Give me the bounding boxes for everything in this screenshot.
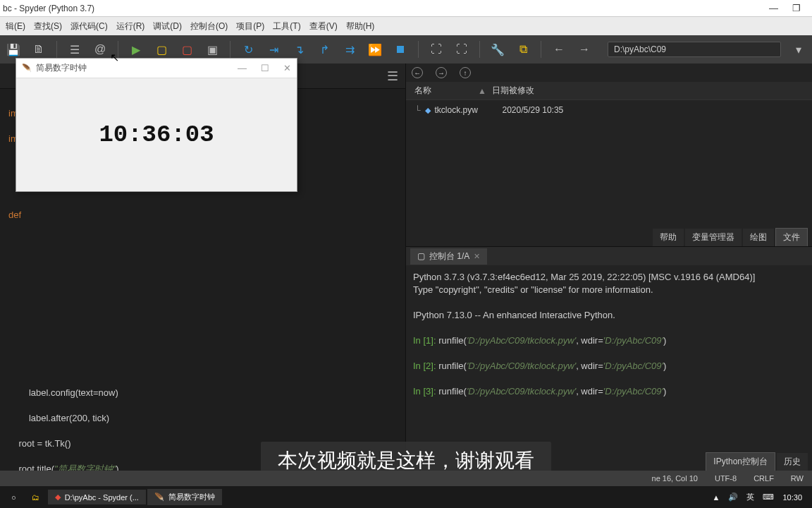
clock-time-label: 10:36:03 [99, 121, 214, 148]
save-all-icon[interactable]: 🗎 [31, 42, 47, 57]
run-selection-icon[interactable]: ▣ [204, 42, 220, 57]
file-list-header: 名称 ▲ 日期被修改 [406, 82, 812, 100]
tk-icon: 🪶 [22, 64, 32, 73]
window-controls: — ❐ [769, 3, 809, 13]
forward-icon[interactable]: → [577, 42, 592, 57]
taskbar-clock-app[interactable]: 🪶 简易数字时钟 [147, 489, 222, 505]
tab-variables[interactable]: 变量管理器 [685, 229, 742, 246]
status-eol: CRLF [753, 474, 774, 483]
menu-icon[interactable]: ☰ [387, 68, 398, 84]
step-out-icon[interactable]: ↱ [316, 42, 332, 57]
speaker-icon[interactable]: 🔊 [728, 492, 738, 502]
menu-console[interactable]: 控制台(O) [187, 20, 230, 32]
menu-view[interactable]: 查看(V) [307, 20, 340, 32]
menu-debug[interactable]: 调试(D) [150, 20, 185, 32]
at-icon[interactable]: @ [92, 42, 108, 57]
dropdown-icon[interactable]: ▾ [791, 42, 806, 57]
tray-time[interactable]: 10:30 [782, 493, 802, 502]
nav-forward-icon[interactable]: → [436, 67, 447, 78]
minimize-button[interactable]: — [769, 3, 778, 13]
keyboard-icon[interactable]: ⌨ [763, 492, 774, 502]
menu-tools[interactable]: 工具(T) [270, 20, 303, 32]
clock-window-title: 简易数字时钟 [36, 62, 238, 74]
tab-ipython[interactable]: IPython控制台 [706, 452, 775, 471]
terminal-icon: ▢ [417, 251, 425, 261]
spyder-icon: ◆ [55, 492, 61, 502]
clock-close-icon[interactable]: ✕ [283, 63, 291, 73]
menu-bar: 辑(E) 查找(S) 源代码(C) 运行(R) 调试(D) 控制台(O) 项目(… [0, 17, 812, 35]
run-cell-advance-icon[interactable]: ▢ [179, 42, 195, 57]
menu-run[interactable]: 运行(R) [113, 20, 148, 32]
menu-edit[interactable]: 辑(E) [3, 20, 28, 32]
wrench-icon[interactable]: 🔧 [490, 42, 505, 57]
system-tray: ▲ 🔊 英 ⌨ 10:30 [713, 492, 808, 502]
right-pane: ← → ↑ 名称 ▲ 日期被修改 └ ◆ tkclock.pyw 2020/5/… [405, 64, 812, 471]
maximize-pane-icon[interactable]: ⛶ [429, 42, 444, 57]
start-button[interactable]: ○ [4, 490, 23, 504]
menu-source[interactable]: 源代码(C) [68, 20, 111, 32]
col-date[interactable]: 日期被修改 [492, 85, 534, 97]
console-tab[interactable]: ▢ 控制台 1/A ✕ [410, 248, 487, 265]
file-list[interactable]: └ ◆ tkclock.pyw 2020/5/29 10:35 [406, 100, 812, 226]
stop-icon[interactable]: ⏹ [393, 42, 408, 57]
ime-indicator[interactable]: 英 [746, 492, 754, 502]
run-cell-icon[interactable]: ▢ [154, 42, 169, 57]
nav-up-icon[interactable]: ↑ [460, 67, 471, 78]
clock-minimize-icon[interactable]: — [238, 63, 247, 73]
console-pane: ▢ 控制台 1/A ✕ Python 3.7.3 (v3.7.3:ef4ec6e… [406, 247, 812, 471]
tab-help[interactable]: 帮助 [653, 229, 684, 246]
working-dir-input[interactable] [608, 42, 781, 57]
tab-files[interactable]: 文件 [775, 228, 808, 246]
continue-icon[interactable]: ⇉ [342, 42, 357, 57]
console-tabs: ▢ 控制台 1/A ✕ [406, 247, 812, 265]
back-icon[interactable]: ← [551, 42, 567, 57]
clock-maximize-icon[interactable]: ☐ [261, 63, 269, 73]
right-pane-tabs: 帮助 变量管理器 绘图 文件 [406, 226, 812, 246]
run-icon[interactable]: ▶ [128, 42, 144, 57]
col-name[interactable]: 名称 [414, 85, 478, 97]
file-date: 2020/5/29 10:35 [503, 105, 564, 115]
menu-project[interactable]: 项目(P) [233, 20, 267, 32]
tab-plot[interactable]: 绘图 [743, 229, 774, 246]
taskbar-spyder[interactable]: ◆ D:\pyAbc - Spyder (... [48, 490, 146, 504]
save-icon[interactable]: 💾 [6, 42, 21, 57]
clock-titlebar[interactable]: 🪶 简易数字时钟 — ☐ ✕ [16, 59, 297, 78]
fast-forward-icon[interactable]: ⏩ [367, 42, 383, 57]
file-row[interactable]: └ ◆ tkclock.pyw 2020/5/29 10:35 [412, 103, 806, 117]
python-file-icon: ◆ [425, 106, 431, 115]
file-nav: ← → ↑ [406, 64, 812, 82]
explorer-icon[interactable]: 🗂 [25, 490, 47, 504]
list-icon[interactable]: ☰ [67, 42, 82, 57]
file-name: tkclock.pyw [435, 105, 498, 115]
status-rw: RW [791, 474, 804, 483]
close-icon[interactable]: ✕ [474, 252, 480, 261]
maximize-button[interactable]: ❐ [792, 3, 801, 13]
console-output[interactable]: Python 3.7.3 (v3.7.3:ef4ec6ed12, Mar 25 … [406, 265, 812, 452]
window-title: bc - Spyder (Python 3.7) [3, 4, 769, 13]
tab-history[interactable]: 历史 [777, 453, 808, 471]
nav-back-icon[interactable]: ← [412, 67, 423, 78]
status-bar: ne 16, Col 10 UTF-8 CRLF RW [0, 471, 812, 486]
window-titlebar: bc - Spyder (Python 3.7) — ❐ [0, 0, 812, 17]
step-icon[interactable]: ⇥ [266, 42, 281, 57]
file-browser: ← → ↑ 名称 ▲ 日期被修改 └ ◆ tkclock.pyw 2020/5/… [406, 64, 812, 247]
menu-help[interactable]: 帮助(H) [343, 20, 378, 32]
python-icon[interactable]: ⧉ [515, 42, 531, 57]
debug-icon[interactable]: ↻ [240, 42, 256, 57]
clock-body: 10:36:03 [16, 78, 297, 191]
step-into-icon[interactable]: ↴ [291, 42, 307, 57]
taskbar: ○ 🗂 ◆ D:\pyAbc - Spyder (... 🪶 简易数字时钟 ▲ … [0, 486, 812, 508]
status-encoding: UTF-8 [715, 474, 737, 483]
menu-search[interactable]: 查找(S) [31, 20, 65, 32]
tray-icon[interactable]: ▲ [713, 493, 720, 502]
feather-icon: 🪶 [154, 492, 164, 502]
clock-window: 🪶 简易数字时钟 — ☐ ✕ 10:36:03 [16, 58, 297, 192]
status-line-col: ne 16, Col 10 [652, 474, 698, 483]
fullscreen-icon[interactable]: ⛶ [454, 42, 469, 57]
